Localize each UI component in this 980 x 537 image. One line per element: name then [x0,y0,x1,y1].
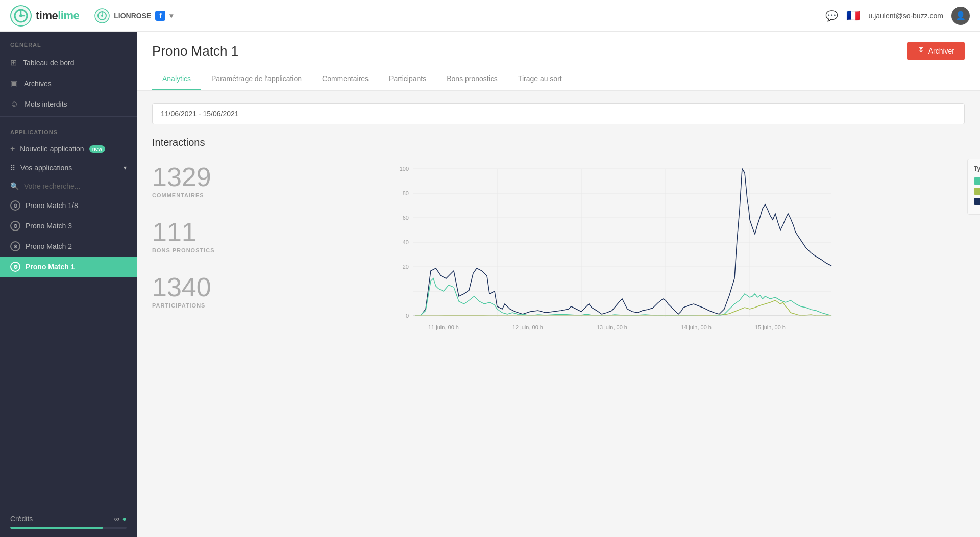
search-row[interactable]: 🔍 [0,177,137,195]
participations-color [974,198,980,205]
bons-pronostics-color [974,188,980,195]
archive-icon: 🗄 [917,47,924,55]
legend-item-participations: Participations [974,198,980,205]
app-icon: ⚙ [10,221,20,231]
header-right: 💬 🇫🇷 u.jaulent@so-buzz.com 👤 [825,7,970,25]
stat-participations: 1340 PARTICIPATIONS [152,274,254,309]
new-app-label: Nouvelle application [20,145,84,153]
chat-icon[interactable]: 💬 [825,10,838,22]
user-avatar[interactable]: 👤 [951,7,970,25]
archive-button[interactable]: 🗄 Archiver [907,42,965,60]
svg-text:12 juin, 00 h: 12 juin, 00 h [512,324,543,330]
svg-text:0: 0 [406,313,409,319]
sidebar-item-label: Mots interdits [24,100,67,108]
tab-tirage[interactable]: Tirage au sort [508,68,572,90]
svg-text:100: 100 [400,166,409,172]
top-header: timelime LIONROSE f ▾ 💬 🇫🇷 u.jaulent@so-… [0,0,980,32]
app-item-prono-1-8[interactable]: ⚙ Prono Match 1/8 [0,195,137,216]
plus-icon: + [10,144,15,154]
logo: timelime [10,5,79,27]
svg-text:40: 40 [403,239,409,245]
language-flag[interactable]: 🇫🇷 [846,9,860,22]
chevron-down-icon: ▾ [124,164,127,171]
legend-item-commentaires: Commentaires [974,177,980,185]
chart-svg: 100 60 80 40 20 0 11 juin, 00 h 12 juin,… [270,159,965,357]
bons-pronostics-line [415,300,831,316]
archives-icon: ▣ [10,79,18,88]
page-header: Prono Match 1 🗄 Archiver Analytics Param… [137,32,980,91]
grid-icon: ⠿ [10,164,15,172]
credits-bar [10,527,127,529]
client-selector[interactable]: LIONROSE f ▾ [94,8,173,23]
page-title: Prono Match 1 [152,43,238,59]
sidebar: GÉNÉRAL ⊞ Tableau de bord ▣ Archives ☺ M… [0,32,137,537]
sidebar-item-mots-interdits[interactable]: ☺ Mots interdits [0,94,137,114]
chart-legend: Type interactions Commentaires Bons pron… [967,159,980,215]
legend-item-bons-pronostics: Bons pronostics [974,188,980,195]
svg-text:13 juin, 00 h: 13 juin, 00 h [597,324,627,330]
credits-row: Crédits ∞ ● [10,515,127,523]
logo-icon [10,5,32,27]
sidebar-item-tableau-de-bord[interactable]: ⊞ Tableau de bord [0,52,137,73]
dropdown-arrow[interactable]: ▾ [169,12,173,20]
new-application-row[interactable]: + Nouvelle application new [0,139,137,159]
app-item-prono-2[interactable]: ⚙ Prono Match 2 [0,236,137,257]
page-title-row: Prono Match 1 🗄 Archiver [152,42,965,68]
divider [0,116,137,117]
applications-section-label: APPLICATIONS [0,119,137,139]
credits-label: Crédits [10,515,33,523]
facebook-icon: f [155,11,165,21]
stat-value: 111 [152,219,254,245]
stat-value: 1340 [152,274,254,300]
sidebar-item-archives[interactable]: ▣ Archives [0,73,137,94]
vos-apps-label: Vos applications [20,164,72,172]
svg-text:14 juin, 00 h: 14 juin, 00 h [681,324,712,330]
new-badge: new [89,145,105,153]
logo-text: timelime [36,9,79,22]
legend-title: Type interactions [974,165,980,172]
chart-container: 100 60 80 40 20 0 11 juin, 00 h 12 juin,… [270,159,965,357]
sidebar-item-label: Archives [24,80,52,88]
stat-commentaires: 1329 COMMENTAIRES [152,164,254,198]
date-filter[interactable]: 11/06/2021 - 15/06/2021 [152,103,965,124]
vos-applications-header[interactable]: ⠿ Vos applications ▾ [0,159,137,177]
client-name: LIONROSE [114,12,151,20]
tab-bons-pronostics[interactable]: Bons pronostics [436,68,508,90]
page-body: 11/06/2021 - 15/06/2021 Interactions 132… [137,91,980,375]
stat-label: COMMENTAIRES [152,192,254,198]
credits-bar-fill [10,527,103,529]
svg-text:11 juin, 00 h: 11 juin, 00 h [428,324,459,330]
stat-label: BONS PRONOSTICS [152,247,254,253]
svg-text:20: 20 [403,264,409,270]
stat-bons-pronostics: 111 BONS PRONOSTICS [152,219,254,253]
stats-column: 1329 COMMENTAIRES 111 BONS PRONOSTICS 13… [152,159,254,309]
search-icon: 🔍 [10,182,19,190]
commentaires-line [415,278,831,316]
app-body: GÉNÉRAL ⊞ Tableau de bord ▣ Archives ☺ M… [0,32,980,537]
general-section-label: GÉNÉRAL [0,32,137,52]
tab-commentaires[interactable]: Commentaires [312,68,379,90]
app-item-prono-1[interactable]: ⚙ Prono Match 1 [0,257,137,277]
tab-participants[interactable]: Participants [379,68,436,90]
analytics-grid: 1329 COMMENTAIRES 111 BONS PRONOSTICS 13… [152,159,965,363]
client-icon [94,8,110,23]
app-label: Prono Match 2 [26,242,72,250]
tab-parametrage[interactable]: Paramétrage de l'application [201,68,312,90]
main-content: Prono Match 1 🗄 Archiver Analytics Param… [137,32,980,537]
tabs-row: Analytics Paramétrage de l'application C… [152,68,965,90]
interactions-title: Interactions [152,137,965,148]
app-label: Prono Match 1 [26,263,75,271]
tab-analytics[interactable]: Analytics [152,68,201,90]
commentaires-color [974,177,980,185]
mots-icon: ☺ [10,99,18,109]
svg-text:60: 60 [403,215,409,221]
app-icon: ⚙ [10,241,20,251]
app-item-prono-3[interactable]: ⚙ Prono Match 3 [0,216,137,236]
search-input[interactable] [24,182,127,190]
infinity-icon: ∞ [114,515,119,523]
user-email: u.jaulent@so-buzz.com [868,12,943,20]
app-icon: ⚙ [10,200,20,211]
app-label: Prono Match 1/8 [26,201,78,210]
stat-value: 1329 [152,164,254,190]
svg-text:15 juin, 00 h: 15 juin, 00 h [755,324,786,330]
